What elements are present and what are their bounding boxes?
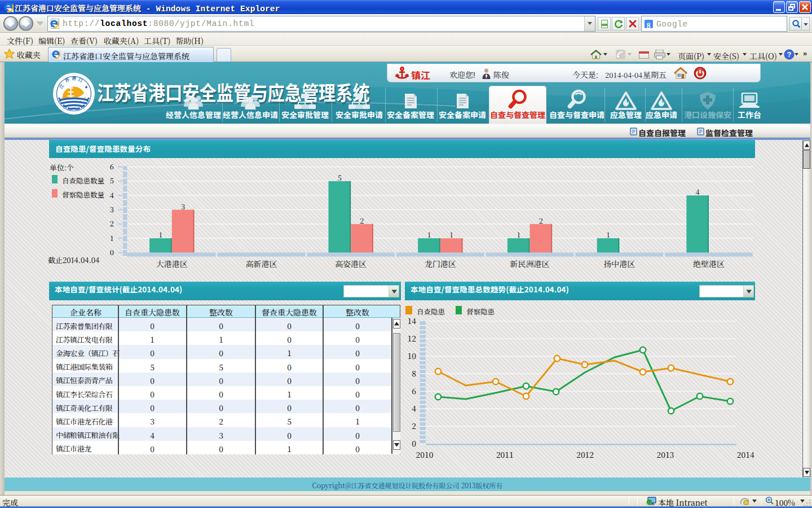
svg-text:10: 10 — [408, 350, 417, 361]
svg-text:4: 4 — [412, 402, 416, 414]
svg-text:6: 6 — [412, 385, 416, 396]
svg-text:2012: 2012 — [576, 449, 594, 460]
svg-text:8: 8 — [412, 367, 416, 379]
svg-text:2011: 2011 — [496, 449, 514, 460]
svg-text:14: 14 — [408, 315, 417, 326]
svg-text:0: 0 — [412, 437, 416, 449]
svg-text:2010: 2010 — [416, 449, 434, 460]
svg-text:2: 2 — [412, 420, 416, 431]
svg-text:12: 12 — [408, 332, 417, 344]
svg-text:2013: 2013 — [656, 449, 674, 460]
svg-text:2014: 2014 — [737, 449, 754, 460]
